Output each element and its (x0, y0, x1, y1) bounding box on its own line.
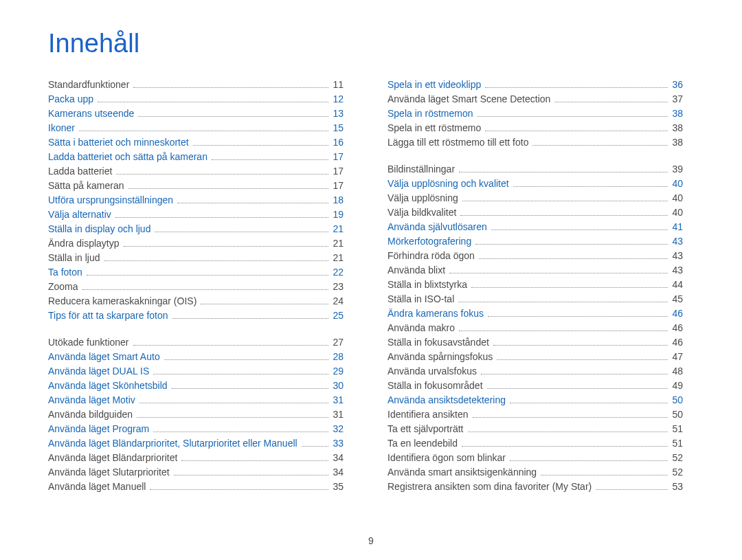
toc-leader (172, 388, 329, 389)
toc-leader (177, 203, 328, 203)
toc-entry-l-gga-till-ett-r-stmemo-till-ett-foto: Lägga till ett röstmemo till ett foto38 (387, 135, 683, 150)
toc-leader (153, 432, 328, 432)
toc-entry-st-lla-in-display-och-ljud[interactable]: Ställa in display och ljud21 (48, 222, 344, 236)
toc-label: Förhindra röda ögon (387, 249, 475, 263)
toc-entry-v-lja-bildkvalitet: Välja bildkvalitet40 (387, 205, 683, 220)
toc-leader (181, 460, 328, 461)
toc-entry-ta-foton[interactable]: Ta foton22 (48, 265, 344, 280)
toc-leader (497, 359, 668, 360)
toc-entry-f-rhindra-r-da-gon: Förhindra röda ögon43 (387, 249, 683, 263)
toc-entry-anv-nda-l-get-dual-is[interactable]: Använda läget DUAL IS29 (48, 364, 344, 379)
toc-page: 44 (672, 278, 683, 292)
toc-entry-anv-nda-l-get-program[interactable]: Använda läget Program32 (48, 422, 344, 436)
toc-label: Använda spårningsfokus (387, 350, 493, 364)
toc-label: Använda läget Bländarprioritet, Slutarpr… (48, 436, 297, 451)
toc-entry-kamerans-utseende[interactable]: Kamerans utseende13 (48, 107, 344, 121)
toc-page: 15 (333, 121, 344, 135)
toc-leader (172, 318, 329, 319)
toc-label: Identifiera ögon som blinkar (387, 451, 506, 465)
toc-leader (459, 172, 668, 172)
toc-entry-spela-in-r-stmemon[interactable]: Spela in röstmemon38 (387, 107, 683, 121)
toc-label: Bildinställningar (387, 162, 455, 177)
toc-label: Använda läget Bländarprioritet (48, 451, 177, 465)
toc-leader (460, 215, 668, 216)
toc-page: 38 (672, 107, 683, 121)
toc-entry-tips-f-r-att-ta-skarpare-foton[interactable]: Tips för att ta skarpare foton25 (48, 309, 344, 323)
toc-page: 38 (672, 121, 683, 135)
toc-page: 22 (333, 265, 344, 280)
toc-entry-utf-ra-ursprungsinst-llningen[interactable]: Utföra ursprungsinställningen18 (48, 193, 344, 208)
toc-page: 24 (333, 294, 344, 309)
toc-entry-m-rkerfotografering[interactable]: Mörkerfotografering43 (387, 234, 683, 249)
toc-label: Ta foton (48, 265, 82, 280)
toc-entry-registrera-ansikten-som-dina-favoriter-m: Registrera ansikten som dina favoriter (… (387, 480, 683, 494)
toc-page: 43 (672, 263, 683, 278)
toc-label: Ställa in ljud (48, 251, 100, 265)
toc-entry-st-lla-in-iso-tal: Ställa in ISO-tal45 (387, 292, 683, 306)
toc-leader (128, 188, 329, 189)
toc-label: Utökade funktioner (48, 335, 129, 350)
toc-label: Utföra ursprungsinställningen (48, 193, 173, 208)
toc-label: Lägga till ett röstmemo till ett foto (387, 135, 528, 150)
toc-label: Ställa in ISO-tal (387, 292, 454, 306)
toc-entry-st-lla-in-blixtstyrka: Ställa in blixtstyrka44 (387, 278, 683, 292)
toc-label: Ta en leendebild (387, 436, 458, 451)
toc-entry--ndra-kamerans-fokus[interactable]: Ändra kamerans fokus46 (387, 306, 683, 321)
toc-label: Mörkerfotografering (387, 234, 471, 249)
toc-label: Använda läget Smart Scene Detection (387, 92, 550, 107)
toc-entry-ikoner[interactable]: Ikoner15 (48, 121, 344, 135)
toc-page: 48 (672, 364, 683, 379)
toc-entry-anv-nda-l-get-bl-ndarprioritet-slutarpri[interactable]: Använda läget Bländarprioritet, Slutarpr… (48, 436, 344, 451)
toc-label: Använda urvalsfokus (387, 364, 477, 379)
toc-page: 43 (672, 249, 683, 263)
toc-leader (477, 116, 668, 117)
toc-label: Kamerans utseende (48, 107, 134, 121)
toc-entry-anv-nda-l-get-sk-nhetsbild[interactable]: Använda läget Skönhetsbild30 (48, 379, 344, 393)
toc-page: 23 (333, 280, 344, 294)
toc-label: Spela in röstmemon (387, 107, 473, 121)
toc-page: 11 (333, 78, 344, 92)
toc-label: Använda läget Smart Auto (48, 350, 160, 364)
toc-page: 45 (672, 292, 683, 306)
toc-entry-s-tta-i-batteriet-och-minneskortet[interactable]: Sätta i batteriet och minneskortet16 (48, 135, 344, 150)
toc-page: 27 (333, 335, 344, 350)
toc-entry-anv-nda-l-get-bl-ndarprioritet: Använda läget Bländarprioritet34 (48, 451, 344, 465)
toc-leader (488, 316, 668, 317)
toc-entry-anv-nda-sj-lvutl-saren[interactable]: Använda självutlösaren41 (387, 220, 683, 234)
toc-page: 50 (672, 393, 683, 407)
toc-leader (481, 374, 668, 374)
toc-page: 30 (333, 379, 344, 393)
toc-entry-packa-upp[interactable]: Packa upp12 (48, 92, 344, 107)
toc-label: Ladda batteriet (48, 164, 112, 179)
toc-leader (115, 217, 329, 218)
toc-page: 34 (333, 451, 344, 465)
toc-leader (138, 116, 328, 117)
toc-entry-v-lja-alternativ[interactable]: Välja alternativ19 (48, 208, 344, 222)
toc-label: Ställa in blixtstyrka (387, 278, 467, 292)
toc-entry-anv-nda-ansiktsdetektering[interactable]: Använda ansiktsdetektering50 (387, 393, 683, 407)
toc-entry-anv-nda-l-get-smart-scene-detection: Använda läget Smart Scene Detection37 (387, 92, 683, 107)
toc-columns: Standardfunktioner11Packa upp12Kamerans … (48, 78, 694, 494)
toc-entry--ndra-displaytyp: Ändra displaytyp21 (48, 236, 344, 251)
toc-label: Använda bildguiden (48, 407, 133, 422)
toc-label: Ställa in display och ljud (48, 222, 150, 236)
toc-page: 40 (672, 191, 683, 205)
toc-page: 43 (672, 234, 683, 249)
toc-label: Välja bildkvalitet (387, 205, 456, 220)
toc-entry-ladda-batteriet-och-s-tta-p-kameran[interactable]: Ladda batteriet och sätta på kameran17 (48, 150, 344, 164)
toc-page: 17 (333, 150, 344, 164)
toc-page: 50 (672, 407, 683, 422)
toc-leader (468, 432, 668, 432)
toc-leader (155, 232, 328, 232)
toc-entry-v-lja-uppl-sning-och-kvalitet[interactable]: Välja upplösning och kvalitet40 (387, 177, 683, 191)
toc-leader (491, 229, 668, 230)
toc-label: Spela in ett röstmemo (387, 121, 481, 135)
toc-entry-anv-nda-l-get-motiv[interactable]: Använda läget Motiv31 (48, 393, 344, 407)
toc-entry-anv-nda-l-get-smart-auto[interactable]: Använda läget Smart Auto28 (48, 350, 344, 364)
toc-entry-spela-in-ett-videoklipp[interactable]: Spela in ett videoklipp36 (387, 78, 683, 92)
toc-entry-bildinst-llningar: Bildinställningar39 (387, 162, 683, 177)
toc-page: 33 (333, 436, 344, 451)
toc-entry-spela-in-ett-r-stmemo: Spela in ett röstmemo38 (387, 121, 683, 135)
toc-leader (79, 131, 329, 131)
toc-leader (98, 102, 328, 102)
